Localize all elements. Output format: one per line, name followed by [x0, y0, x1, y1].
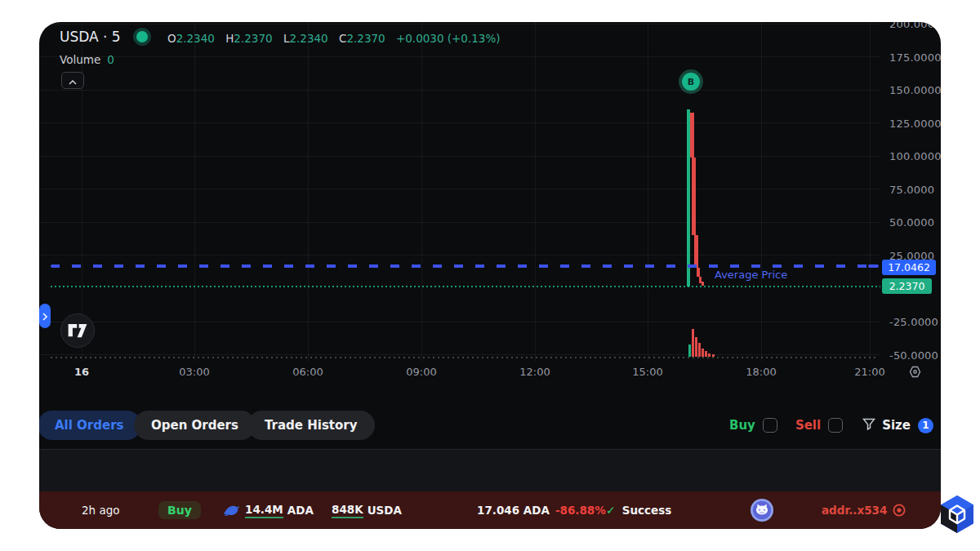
legend-collapse-button[interactable]	[61, 72, 84, 89]
last-price-line	[51, 286, 880, 287]
tradingview-logo-icon[interactable]	[60, 313, 95, 348]
price-tick: 100.0000	[889, 150, 941, 162]
candle-red	[694, 235, 698, 268]
row-out: 848K USDA	[332, 491, 402, 529]
price-tick: 175.0000	[889, 51, 941, 64]
price-tick: 200.0000	[889, 22, 941, 30]
buy-filter-checkbox[interactable]	[763, 418, 777, 433]
volume-label: Volume	[60, 53, 100, 66]
row-in: 14.4M ADA	[224, 491, 314, 529]
price-tick: -25.0000	[889, 316, 938, 328]
price-value: 17.046 ADA	[477, 504, 550, 517]
volume-bar	[698, 343, 701, 357]
volume-bar	[712, 354, 715, 357]
status-text: Success	[622, 504, 672, 517]
settings-icon[interactable]	[908, 365, 922, 382]
candle-red	[690, 113, 694, 158]
price-change-percent: -86.88%	[555, 504, 606, 517]
table-row[interactable]: 2h ago Buy 14.4M ADA 848K USDA 17.046	[39, 491, 941, 529]
candle-red	[697, 268, 700, 277]
row-type: Buy	[158, 491, 201, 529]
symbol-title[interactable]: USDA · 5	[60, 29, 121, 45]
average-price-label: Average Price	[715, 269, 787, 281]
time-tick: 16	[74, 366, 89, 378]
average-price-line-end	[868, 264, 879, 268]
whale-icon	[224, 505, 240, 516]
row-price: 17.046 ADA -86.88%	[477, 491, 606, 529]
sell-filter-label: Sell	[795, 418, 821, 433]
row-time: 2h ago	[82, 491, 120, 529]
close-label: C	[339, 32, 346, 45]
low-value: 2.2340	[289, 32, 327, 45]
volume-bar	[688, 344, 691, 357]
time-tick: 03:00	[179, 366, 209, 378]
volume-value: 0	[107, 53, 114, 66]
time-tick: 12:00	[519, 366, 550, 378]
candle-red	[692, 158, 696, 235]
open-label: O	[167, 32, 176, 45]
chevron-up-icon	[69, 73, 77, 88]
buy-type-badge: Buy	[158, 501, 201, 519]
buy-filter-label: Buy	[729, 418, 755, 433]
size-filter[interactable]: Size 1	[862, 418, 933, 433]
volume-bar	[692, 329, 694, 357]
orders-table-header: TIME TYPE IN OUT PRICE STATUS DEX MAKER	[39, 449, 941, 491]
row-status: ✓ Success	[606, 491, 671, 529]
dex-minswap-icon	[750, 498, 774, 522]
price-tick: 150.0000	[889, 84, 941, 96]
volume-bar	[695, 337, 697, 357]
sidebar-expand-handle[interactable]	[39, 304, 51, 328]
screenshot-stage: 200.0000 175.0000 150.0000 125.0000 100.…	[0, 0, 980, 551]
out-amount[interactable]: 848K	[332, 503, 363, 518]
price-tick: 125.0000	[889, 118, 941, 130]
volume-bar	[702, 349, 704, 357]
out-unit: USDA	[368, 504, 402, 517]
last-price-axis-badge: 2.2370	[882, 278, 932, 294]
time-tick: 21:00	[854, 366, 884, 378]
trading-panel: 200.0000 175.0000 150.0000 125.0000 100.…	[39, 22, 941, 529]
chevron-right-icon	[42, 309, 47, 324]
buy-trade-marker: B	[682, 73, 700, 91]
volume-bar	[708, 353, 710, 357]
average-price-axis-badge: 17.0462	[882, 260, 936, 275]
open-value: 2.2340	[176, 32, 215, 45]
ohlc-readout: O2.2340 H2.2370 L2.2340 C2.2370 +0.0030 …	[167, 32, 501, 45]
close-value: 2.2370	[346, 32, 385, 45]
time-tick: 06:00	[292, 366, 323, 378]
success-check-icon: ✓	[606, 504, 616, 517]
row-maker: addr..x534	[822, 491, 906, 529]
row-dex	[750, 491, 774, 529]
in-amount[interactable]: 14.4M	[245, 503, 283, 518]
in-unit: ADA	[287, 504, 314, 517]
change-value: +0.0030 (+0.13%)	[396, 32, 501, 45]
price-tick: -50.0000	[889, 349, 938, 362]
market-status-dot-icon	[136, 31, 148, 42]
sell-filter-checkbox[interactable]	[828, 418, 843, 433]
volume-baseline	[51, 357, 879, 358]
volume-readout: Volume0	[60, 53, 114, 66]
price-tick: 50.0000	[889, 216, 934, 229]
tab-all-orders[interactable]: All Orders	[39, 411, 141, 440]
time-tick: 15:00	[632, 366, 662, 378]
filter-funnel-icon	[862, 418, 875, 433]
order-filters: Buy Sell Size 1	[729, 411, 933, 440]
time-tick: 09:00	[406, 366, 436, 378]
high-value: 2.2370	[234, 32, 272, 45]
average-price-line	[51, 264, 879, 268]
tab-open-orders[interactable]: Open Orders	[134, 411, 256, 440]
size-filter-label: Size	[882, 418, 911, 433]
maker-address-link[interactable]: addr..x534	[822, 504, 887, 517]
cube-logo-icon[interactable]	[938, 494, 977, 538]
time-tick: 18:00	[746, 366, 776, 378]
high-label: H	[225, 32, 234, 45]
target-icon[interactable]	[893, 504, 906, 517]
tab-trade-history[interactable]: Trade History	[247, 411, 375, 440]
size-filter-count-badge: 1	[918, 418, 933, 433]
volume-bar	[705, 351, 707, 357]
price-tick: 75.0000	[889, 184, 934, 196]
